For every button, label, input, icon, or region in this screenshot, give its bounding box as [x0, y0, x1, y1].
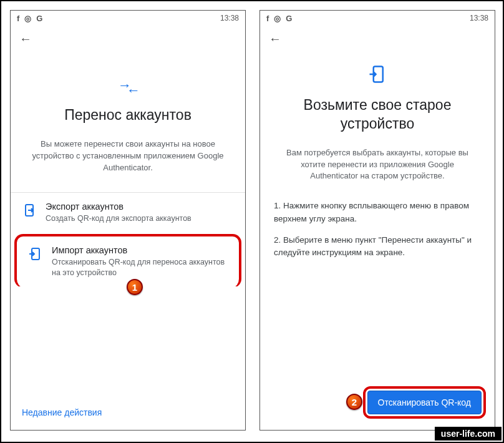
watermark: user-life.com: [435, 427, 502, 441]
status-time: 13:38: [470, 14, 488, 22]
phone-screen-1: f ◎ G 13:38 ← →← Перенос аккаунтов Вы мо…: [10, 10, 246, 431]
nav-bar: ←: [11, 26, 245, 52]
page-description: Вам потребуется выбрать аккаунты, которы…: [260, 147, 495, 183]
import-title: Импорт аккаунтов: [52, 245, 228, 255]
status-time: 13:38: [220, 14, 239, 22]
scan-qr-button[interactable]: Отсканировать QR-код: [367, 391, 482, 414]
step-badge-2: 2: [346, 394, 362, 410]
scan-button-highlight: Отсканировать QR-код: [363, 386, 486, 419]
import-subtitle: Отсканировать QR-код для переноса аккаун…: [52, 257, 228, 278]
status-icons: f ◎ G: [266, 14, 292, 23]
import-accounts-option[interactable]: Импорт аккаунтов Отсканировать QR-код дл…: [14, 234, 241, 288]
instructions: 1. Нажмите кнопку всплывающего меню в пр…: [260, 200, 495, 259]
status-icons: f ◎ G: [17, 14, 42, 23]
back-arrow-icon[interactable]: ←: [19, 32, 32, 46]
export-icon: [22, 203, 37, 218]
nav-bar: ←: [260, 26, 495, 52]
transfer-arrows-icon: →←: [11, 77, 245, 94]
page-title: Перенос аккаунтов: [11, 106, 245, 125]
back-arrow-icon[interactable]: ←: [269, 32, 281, 46]
device-import-icon: [260, 65, 495, 84]
tutorial-canvas: f ◎ G 13:38 ← →← Перенос аккаунтов Вы мо…: [0, 0, 504, 443]
page-description: Вы можете перенести свои аккаунты на нов…: [11, 139, 245, 174]
recent-actions-link[interactable]: Недавние действия: [22, 407, 102, 417]
option-list: Экспорт аккаунтов Создать QR-код для экс…: [11, 192, 245, 288]
chrome-icon: ◎: [274, 14, 281, 23]
export-title: Экспорт аккаунтов: [46, 202, 191, 212]
facebook-icon: f: [17, 14, 19, 23]
status-bar: f ◎ G 13:38: [11, 11, 245, 26]
step-badge-1: 1: [127, 279, 143, 295]
export-subtitle: Создать QR-код для экспорта аккаунтов: [46, 213, 191, 224]
status-bar: f ◎ G 13:38: [260, 11, 495, 26]
google-icon: G: [36, 14, 42, 23]
instruction-step-2: 2. Выберите в меню пункт "Перенести акка…: [274, 234, 481, 260]
facebook-icon: f: [266, 14, 269, 23]
phone-screen-2: f ◎ G 13:38 ← Возьмите свое старое устро…: [259, 10, 495, 431]
export-accounts-option[interactable]: Экспорт аккаунтов Создать QR-код для экс…: [11, 192, 245, 233]
instruction-step-1: 1. Нажмите кнопку всплывающего меню в пр…: [274, 200, 481, 225]
page-title: Возьмите свое старое устройство: [260, 96, 495, 134]
chrome-icon: ◎: [24, 14, 31, 23]
import-icon: [28, 246, 43, 261]
google-icon: G: [286, 14, 292, 23]
